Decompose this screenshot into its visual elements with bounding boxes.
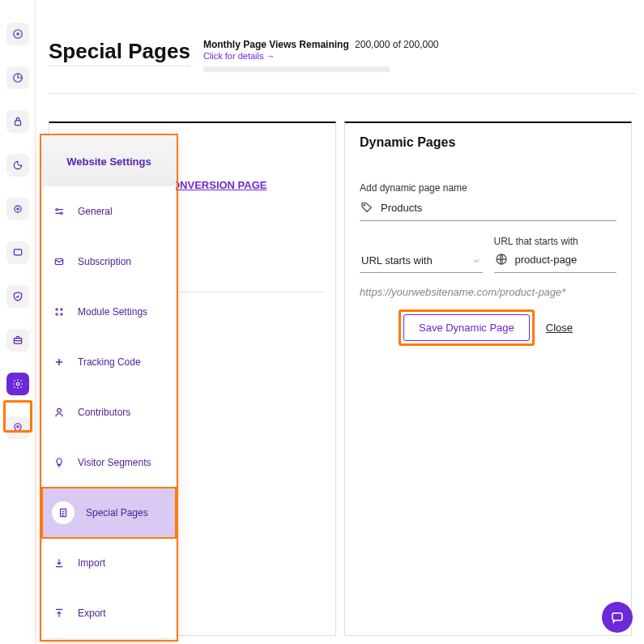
settings-item-label: Special Pages — [86, 507, 148, 518]
svg-point-4 — [16, 208, 18, 210]
rail-pin-icon[interactable] — [6, 416, 29, 439]
tag-icon — [360, 200, 374, 215]
settings-item-tracking-code[interactable]: Tracking Code — [42, 337, 176, 387]
settings-item-label: Contributors — [78, 407, 130, 418]
svg-point-8 — [16, 426, 18, 428]
rail-add-icon[interactable] — [6, 23, 29, 45]
url-match-value: URL starts with — [361, 254, 433, 267]
url-preview: https://yourwebsitename.com/product-page… — [360, 286, 616, 298]
settings-item-general[interactable]: General — [42, 186, 176, 237]
dynamic-name-input[interactable]: Products — [360, 200, 616, 221]
rail-lock-icon[interactable] — [6, 110, 29, 133]
url-starts-label: URL that starts with — [494, 236, 617, 247]
user-icon — [52, 405, 66, 420]
svg-point-3 — [14, 206, 20, 212]
svg-point-7 — [16, 382, 19, 386]
pageviews-block: Monthly Page Views Remaining 200,000 of … — [203, 39, 439, 72]
svg-point-16 — [56, 313, 58, 315]
url-starts-value: product-page — [515, 254, 578, 266]
settings-item-label: Subscription — [78, 256, 131, 267]
svg-point-15 — [61, 309, 62, 310]
settings-item-label: Visitor Segments — [78, 457, 151, 468]
website-settings-menu: Website Settings GeneralSubscriptionModu… — [42, 136, 176, 638]
sliders-icon — [52, 204, 66, 219]
pageviews-label: Monthly Page Views Remaining — [203, 39, 349, 50]
rail-chart-icon[interactable] — [6, 66, 29, 89]
url-match-select[interactable]: URL starts with — [360, 249, 483, 273]
rail-gear-icon[interactable] — [6, 373, 29, 395]
settings-item-label: General — [78, 206, 113, 217]
pageviews-progress-bar — [203, 66, 390, 72]
settings-item-export[interactable]: Export — [42, 588, 176, 638]
rail-chat-icon[interactable] — [6, 241, 29, 264]
settings-item-module-settings[interactable]: Module Settings — [42, 287, 176, 337]
rail-moon-icon[interactable] — [6, 154, 29, 177]
globe-icon — [494, 252, 509, 267]
save-dynamic-page-button[interactable]: Save Dynamic Page — [403, 314, 530, 341]
close-link[interactable]: Close — [546, 322, 573, 334]
rail-briefcase-icon[interactable] — [6, 329, 29, 352]
page-header: Special Pages Monthly Page Views Remaini… — [49, 39, 636, 94]
settings-item-label: Export — [78, 608, 106, 619]
dynamic-name-label: Add dynamic page name — [360, 182, 616, 194]
svg-point-17 — [61, 313, 62, 315]
settings-item-contributors[interactable]: Contributors — [42, 387, 176, 437]
help-fab[interactable] — [602, 602, 633, 633]
pageviews-count: 200,000 of 200,000 — [355, 39, 438, 50]
conversion-page-link[interactable]: ONVERSION PAGE — [172, 179, 267, 191]
plus-icon — [52, 355, 66, 369]
rail-shield-icon[interactable] — [6, 285, 29, 308]
svg-point-12 — [61, 212, 62, 214]
settings-item-visitor-segments[interactable]: Visitor Segments — [42, 437, 176, 488]
grid-icon — [52, 305, 66, 319]
settings-item-label: Tracking Code — [78, 356, 141, 368]
website-settings-header: Website Settings — [42, 136, 176, 186]
url-starts-input[interactable]: product-page — [494, 252, 617, 273]
settings-item-import[interactable]: Import — [42, 538, 176, 588]
upload-icon — [52, 606, 66, 621]
svg-point-18 — [58, 408, 62, 412]
settings-item-label: Module Settings — [78, 306, 147, 318]
svg-point-9 — [364, 205, 365, 206]
pages-icon — [52, 501, 75, 524]
dynamic-pages-title: Dynamic Pages — [360, 135, 616, 150]
svg-rect-2 — [15, 121, 20, 126]
chevron-down-icon — [471, 256, 481, 266]
page-title: Special Pages — [49, 39, 190, 66]
svg-point-11 — [56, 209, 58, 211]
bulb-icon — [52, 455, 66, 470]
settings-item-subscription[interactable]: Subscription — [42, 237, 176, 287]
left-nav-rail — [0, 0, 36, 644]
svg-point-14 — [56, 309, 58, 310]
rail-target-icon[interactable] — [6, 198, 29, 220]
pageviews-details-link[interactable]: Click for details → — [203, 51, 439, 61]
envelope-icon — [52, 254, 66, 269]
download-icon — [52, 556, 66, 570]
dynamic-name-value: Products — [381, 202, 422, 214]
settings-item-special-pages[interactable]: Special Pages — [42, 488, 176, 538]
settings-item-label: Import — [78, 557, 105, 569]
dynamic-pages-panel: Dynamic Pages Add dynamic page name Prod… — [344, 122, 632, 636]
